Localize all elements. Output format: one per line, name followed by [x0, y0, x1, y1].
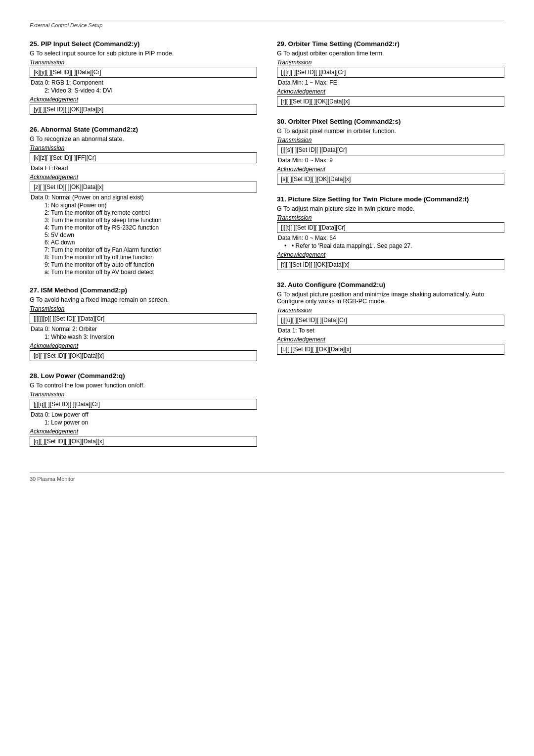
section-27: 27. ISM Method (Command2:p) G To avoid h… — [30, 286, 257, 361]
section-31-ack-label: Acknowledgement — [277, 251, 504, 258]
section-28-data-0: Data 0: Low power off — [30, 411, 257, 418]
section-26-extra-9: 9: Turn the monitor off by auto off func… — [30, 261, 257, 268]
section-27-desc: G To avoid having a fixed image remain o… — [30, 296, 257, 303]
section-29-title: 29. Orbiter Time Setting (Command2:r) — [277, 40, 504, 47]
section-25-transmission-code: [k][y][ ][Set ID][ ][Data][Cr] — [30, 67, 257, 78]
section-26-transmission-code: [k][z][ ][Set ID][ ][FF][Cr] — [30, 152, 257, 163]
section-32-transmission-label: Transmission — [277, 307, 504, 314]
section-30-title: 30. Orbiter Pixel Setting (Command2:s) — [277, 118, 504, 125]
section-26-extra-4: 4: Turn the monitor off by RS-232C funct… — [30, 224, 257, 231]
section-26-ack-label: Acknowledgement — [30, 174, 257, 181]
section-32-ack-code: [u][ ][Set ID][ ][OK][Data][x] — [277, 344, 504, 355]
section-27-title: 27. ISM Method (Command2:p) — [30, 286, 257, 294]
section-28-title: 28. Low Power (Command2:q) — [30, 372, 257, 379]
section-29-ack-code: [r][ ][Set ID][ ][OK][Data][x] — [277, 96, 504, 107]
section-28-ack-label: Acknowledgement — [30, 428, 257, 435]
section-31-transmission-label: Transmission — [277, 214, 504, 221]
right-column: 29. Orbiter Time Setting (Command2:r) G … — [277, 40, 504, 458]
left-column: 25. PIP Input Select (Command2:y) G To s… — [30, 40, 257, 458]
section-31-bullet: • Refer to 'Real data mapping1'. See pag… — [277, 242, 504, 249]
section-28-ack-code: [q][ ][Set ID][ ][OK][Data][x] — [30, 436, 257, 447]
section-27-transmission-code: [j][j][p][ ][Set ID][ ][Data][Cr] — [30, 313, 257, 324]
section-28-data-1: 1: Low power on — [30, 419, 257, 426]
section-26-transmission-label: Transmission — [30, 144, 257, 151]
section-27-ack-label: Acknowledgement — [30, 342, 257, 349]
section-26-extra-2: 2: Turn the monitor off by remote contro… — [30, 209, 257, 216]
section-25-ack-label: Acknowledgement — [30, 96, 257, 103]
section-31-title: 31. Picture Size Setting for Twin Pictur… — [277, 195, 504, 203]
section-26-extra-0: Data 0: Normal (Power on and signal exis… — [30, 194, 257, 201]
section-30-ack-code: [s][ ][Set ID][ ][OK][Data][x] — [277, 174, 504, 185]
section-30-ack-label: Acknowledgement — [277, 166, 504, 173]
section-27-data-0: Data 0: Normal 2: Orbiter — [30, 326, 257, 332]
section-27-transmission-label: Transmission — [30, 305, 257, 312]
section-29-transmission-code: [j][r][ ][Set ID][ ][Data][Cr] — [277, 67, 504, 78]
section-28-desc: G To control the low power function on/o… — [30, 382, 257, 389]
section-31-transmission-code: [j][t][ ][Set ID][ ][Data][Cr] — [277, 222, 504, 233]
section-31-ack-code: [t][ ][Set ID][ ][OK][Data][x] — [277, 259, 504, 270]
section-28-transmission-label: Transmission — [30, 391, 257, 398]
section-31-desc: G To adjust main picture size in twin pi… — [277, 205, 504, 212]
section-29-data-0: Data Min: 1 ~ Max: FE — [277, 79, 504, 86]
section-26-extra-5: 5: 5V down — [30, 232, 257, 238]
section-32-ack-label: Acknowledgement — [277, 336, 504, 343]
section-25: 25. PIP Input Select (Command2:y) G To s… — [30, 40, 257, 115]
section-26-extra-10: a: Turn the monitor off by AV board dete… — [30, 269, 257, 276]
section-29-desc: G To adjust orbiter operation time term. — [277, 50, 504, 57]
page: External Control Device Setup 25. PIP In… — [0, 0, 534, 756]
section-32-title: 32. Auto Configure (Command2:u) — [277, 281, 504, 288]
header: External Control Device Setup — [30, 20, 504, 31]
section-25-data-0: Data 0: RGB 1: Component — [30, 79, 257, 86]
section-28: 28. Low Power (Command2:q) G To control … — [30, 372, 257, 447]
section-26-title: 26. Abnormal State (Command2:z) — [30, 126, 257, 133]
section-26-ack-code: [z][ ][Set ID][ ][OK][Data][x] — [30, 182, 257, 192]
section-32-desc: G To adjust picture position and minimiz… — [277, 291, 504, 305]
section-26-extra-7: 7: Turn the monitor off by Fan Alarm fun… — [30, 246, 257, 253]
section-26-extra-6: 6: AC down — [30, 239, 257, 246]
section-25-desc: G To select input source for sub picture… — [30, 50, 257, 57]
main-content: 25. PIP Input Select (Command2:y) G To s… — [30, 40, 504, 458]
section-25-title: 25. PIP Input Select (Command2:y) — [30, 40, 257, 47]
section-25-transmission-label: Transmission — [30, 59, 257, 66]
section-26-desc: G To recognize an abnormal state. — [30, 136, 257, 142]
section-27-ack-code: [p][ ][Set ID][ ][OK][Data][x] — [30, 350, 257, 361]
section-30-data-0: Data Min: 0 ~ Max: 9 — [277, 157, 504, 164]
section-32-transmission-code: [j][u][ ][Set ID][ ][Data][Cr] — [277, 315, 504, 326]
section-30-desc: G To adjust pixel number in orbiter func… — [277, 128, 504, 135]
section-29: 29. Orbiter Time Setting (Command2:r) G … — [277, 40, 504, 107]
section-25-ack-code: [y][ ][Set ID][ ][OK][Data][x] — [30, 104, 257, 115]
section-26: 26. Abnormal State (Command2:z) G To rec… — [30, 126, 257, 276]
section-28-transmission-code: [j][q][ ][Set ID][ ][Data][Cr] — [30, 399, 257, 410]
section-30: 30. Orbiter Pixel Setting (Command2:s) G… — [277, 118, 504, 185]
header-text: External Control Device Setup — [30, 20, 504, 28]
section-26-extra-3: 3: Turn the monitor off by sleep time fu… — [30, 217, 257, 224]
section-29-ack-label: Acknowledgement — [277, 88, 504, 95]
section-27-data-1: 1: White wash 3: Inversion — [30, 333, 257, 340]
section-26-extra-data: Data 0: Normal (Power on and signal exis… — [30, 194, 257, 276]
section-26-extra-1: 1: No signal (Power on) — [30, 202, 257, 209]
footer: 30 Plasma Monitor — [30, 472, 504, 482]
section-30-transmission-code: [j][s][ ][Set ID][ ][Data][Cr] — [277, 144, 504, 155]
section-26-data-0: Data FF:Read — [30, 165, 257, 172]
section-31: 31. Picture Size Setting for Twin Pictur… — [277, 195, 504, 270]
section-30-transmission-label: Transmission — [277, 137, 504, 143]
section-32-data-0: Data 1: To set — [277, 327, 504, 334]
section-32: 32. Auto Configure (Command2:u) G To adj… — [277, 281, 504, 355]
section-25-data-1: 2: Video 3: S-video 4: DVI — [30, 87, 257, 94]
section-26-extra-8: 8: Turn the monitor off by off time func… — [30, 254, 257, 261]
footer-text: 30 Plasma Monitor — [30, 476, 504, 482]
section-31-data-0: Data Min: 0 ~ Max: 64 — [277, 235, 504, 241]
section-29-transmission-label: Transmission — [277, 59, 504, 66]
